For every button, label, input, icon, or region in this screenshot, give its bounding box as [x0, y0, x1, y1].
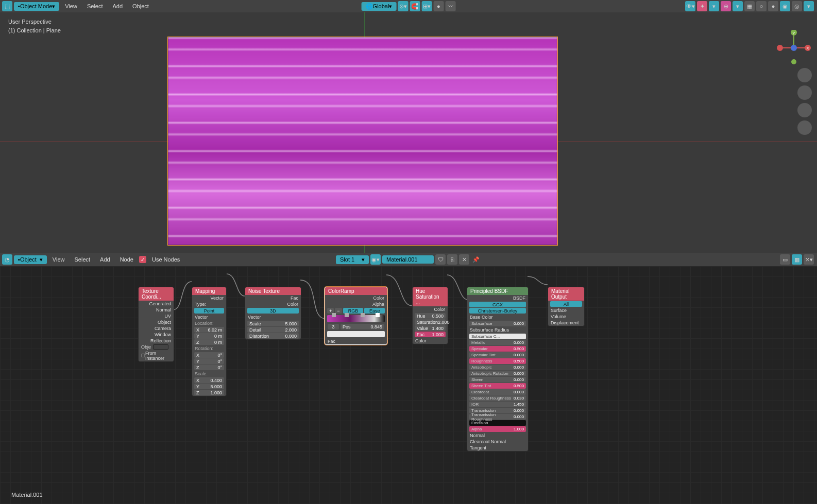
bsdf-subsurface[interactable]: Subsurface0.000	[469, 321, 526, 326]
node-colorramp[interactable]: ColorRamp Color Alpha + − RGB Ease 3 Pos…	[325, 287, 387, 345]
ramp-color-swatch[interactable]	[327, 331, 385, 337]
fake-user-icon[interactable]: 🛡	[435, 254, 446, 265]
node-mapping[interactable]: Mapping Vector Type: Point Vector Locati…	[192, 287, 227, 396]
bsdf-tangent[interactable]: Tangent	[467, 445, 528, 451]
gizmo-toggle[interactable]: ✦	[697, 1, 707, 11]
shade-solid-icon[interactable]: ●	[768, 1, 778, 11]
persp-icon[interactable]	[797, 120, 812, 135]
shade-dropdown[interactable]: ▾	[804, 1, 814, 11]
plane-object[interactable]	[167, 37, 558, 246]
shade-wire-icon[interactable]: ○	[756, 1, 767, 11]
menu-object[interactable]: Object	[128, 2, 153, 10]
bsdf-rows: Base ColorSubsurface0.000Subsurface Radi…	[467, 314, 528, 451]
mode-dropdown[interactable]: ▪ Object Mode ▾	[14, 2, 59, 11]
bsdf-specular-tint[interactable]: Specular Tint0.000	[469, 352, 526, 358]
unlink-mat-icon[interactable]: ✕	[459, 254, 469, 265]
bsdf-clearcoat[interactable]: Clearcoat0.000	[469, 389, 526, 395]
node-title: Noise Texture	[245, 287, 301, 295]
svg-point-7	[791, 59, 796, 64]
svg-text:Y: Y	[792, 31, 795, 36]
bsdf-base-color[interactable]: Base Color	[467, 314, 528, 320]
use-nodes-label: Use Nodes	[148, 255, 184, 264]
bsdf-ior[interactable]: IOR1.450	[469, 402, 526, 407]
material-name-label: Material.001	[11, 492, 43, 498]
viewport-header: ⬚ ▪ Object Mode ▾ View Select Add Object…	[0, 0, 817, 12]
material-name-field[interactable]: Material.001	[382, 255, 434, 264]
xray-toggle[interactable]: ▦	[744, 1, 755, 11]
node-noise-texture[interactable]: Noise Texture Fac Color 3D Vector Scale5…	[245, 287, 301, 340]
use-nodes-checkbox[interactable]: ✓	[139, 256, 146, 263]
node-title: Hue Saturation ...	[413, 287, 448, 306]
bsdf-transmission-roughness[interactable]: Transmission Roughness0.000	[469, 414, 526, 420]
bsdf-clearcoat-normal[interactable]: Clearcoat Normal	[467, 439, 528, 445]
new-mat-icon[interactable]: ⎘	[447, 254, 457, 265]
pivot-dropdown[interactable]: ⊙▾	[398, 1, 408, 11]
camera-icon[interactable]	[797, 103, 812, 117]
ne-menu-select[interactable]: Select	[70, 255, 94, 264]
bsdf-alpha[interactable]: Alpha1.000	[469, 426, 526, 432]
svg-point-6	[791, 45, 797, 51]
overlay-dropdown[interactable]: ▾	[733, 1, 743, 11]
zoom-icon[interactable]	[797, 68, 812, 82]
bsdf-sheen[interactable]: Sheen0.000	[469, 377, 526, 383]
bsdf-subsurface-radius[interactable]: Subsurface Radius	[467, 327, 528, 333]
editor-type-node-icon[interactable]: ◔	[2, 254, 12, 265]
bsdf-specular[interactable]: Specular0.500	[469, 346, 526, 352]
svg-text:X: X	[806, 46, 809, 50]
ne-menu-node[interactable]: Node	[116, 255, 138, 264]
node-material-output[interactable]: Material Output All Surface Volume Displ…	[548, 287, 585, 326]
overlay-toggle[interactable]: ⊕	[721, 1, 731, 11]
node-editor[interactable]: Texture Coordi... Generated Normal UV Ob…	[0, 266, 817, 504]
gizmo-dropdown[interactable]: ▾	[709, 1, 719, 11]
shade-matprev-icon[interactable]: ◉	[780, 1, 790, 11]
orientation-dropdown[interactable]: 🌐 Global ▾	[362, 2, 397, 11]
editor-type-icon[interactable]: ⬚	[2, 1, 12, 11]
node-title: Mapping	[192, 287, 226, 295]
bsdf-roughness[interactable]: Roughness0.500	[469, 358, 526, 364]
bsdf-clearcoat-roughness[interactable]: Clearcoat Roughness0.030	[469, 395, 526, 401]
node-editor-header: ◔ ▪ Object ▾ View Select Add Node ✓ Use …	[0, 253, 817, 266]
bsdf-sheen-tint[interactable]: Sheen Tint0.500	[469, 383, 526, 389]
prop-falloff-icon[interactable]: 〰	[445, 1, 455, 11]
svg-point-4	[777, 45, 783, 51]
node-title: Texture Coordi...	[139, 287, 174, 301]
mat-browse-icon[interactable]: ◉▾	[370, 254, 381, 265]
vis-toggle[interactable]: 👁▾	[685, 1, 695, 11]
node-texture-coordinate[interactable]: Texture Coordi... Generated Normal UV Ob…	[138, 287, 174, 362]
viewport-info: User Perspective (1) Collection | Plane	[8, 18, 61, 35]
ne-menu-add[interactable]: Add	[96, 255, 114, 264]
color-ramp-gradient[interactable]	[327, 315, 385, 322]
pin-icon[interactable]: 📌	[471, 254, 481, 265]
node-mode-dropdown[interactable]: ▪ Object ▾	[14, 255, 47, 264]
bsdf-subsurface-c-[interactable]: Subsurface C...	[469, 334, 526, 339]
menu-view[interactable]: View	[61, 2, 81, 10]
slot-dropdown[interactable]: Slot 1▾	[336, 255, 369, 264]
bsdf-metallic[interactable]: Metallic0.000	[469, 340, 526, 345]
node-hue-saturation[interactable]: Hue Saturation ... Color Hue0.500 Satura…	[412, 287, 448, 344]
node-title: Material Output	[548, 287, 584, 301]
menu-select[interactable]: Select	[83, 2, 107, 10]
bsdf-anisotropic-rotation[interactable]: Anisotropic Rotation0.000	[469, 371, 526, 376]
node-title: ColorRamp	[325, 287, 387, 295]
ne-menu-view[interactable]: View	[48, 255, 69, 264]
snap-toggle[interactable]: 🧲	[410, 1, 420, 11]
ne-tool2-icon[interactable]: ▦	[792, 254, 802, 265]
node-principled-bsdf[interactable]: Principled BSDF BSDF GGX Christensen-Bur…	[467, 287, 529, 451]
bsdf-normal[interactable]: Normal	[467, 432, 528, 439]
viewport-3d[interactable]: User Perspective (1) Collection | Plane …	[0, 12, 817, 253]
nav-gizmo[interactable]: Y X	[776, 30, 812, 66]
node-title: Principled BSDF	[467, 287, 528, 295]
pan-icon[interactable]	[797, 85, 812, 100]
menu-add[interactable]: Add	[109, 2, 127, 10]
prop-edit-icon[interactable]: ●	[433, 1, 444, 11]
bsdf-anisotropic[interactable]: Anisotropic0.000	[469, 364, 526, 370]
ne-tool1-icon[interactable]: ▭	[780, 254, 790, 265]
ne-tool3-icon[interactable]: ⤧▾	[804, 254, 814, 265]
shade-render-icon[interactable]: ◎	[792, 1, 802, 11]
snap-dropdown[interactable]: ⊞▾	[421, 1, 432, 11]
